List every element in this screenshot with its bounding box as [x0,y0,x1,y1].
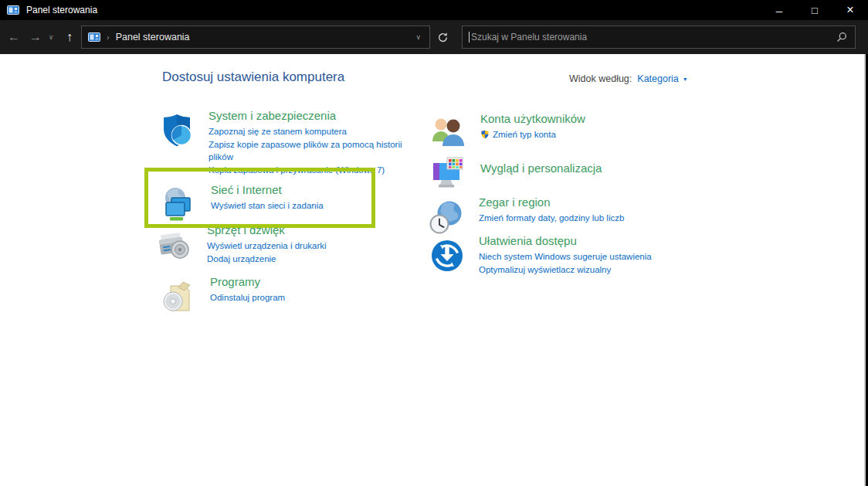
control-panel-icon [7,4,19,16]
forward-button[interactable]: → [26,28,45,46]
back-button[interactable]: ← [5,28,23,46]
view-by-label: Widok według: [569,73,632,84]
category-link[interactable]: Wyświetl urządzenia i drukarki [207,240,409,253]
category-ease-of-access: Ułatwienia dostępu Niech system Windows … [429,233,710,276]
category-title[interactable]: Programy [210,274,412,290]
chevron-down-icon: ▼ [683,76,688,82]
title-bar: Panel sterowania – □ × [0,0,868,20]
category-link[interactable]: Zapisz kopie zapasowe plików za pomocą h… [209,138,411,164]
chevron-down-icon: ∨ [49,33,54,41]
category-network-internet: Sieć i Internet Wyświetl stan sieci i za… [161,182,413,223]
recent-pages-button[interactable]: ∨ [45,28,57,46]
close-icon: × [846,3,853,17]
uac-shield-icon [480,130,490,139]
category-title[interactable]: Wygląd i personalizacja [480,161,712,176]
users-icon[interactable] [430,115,467,152]
search-box[interactable] [462,25,856,49]
window-controls: – □ × [761,0,868,20]
navigation-toolbar: ← → ∨ ↑ › Panel sterowania ∨ [0,20,868,54]
category-links: Wyświetl stan sieci i zadania [211,199,413,212]
content-area: Dostosuj ustawienia komputera Widok wedł… [0,54,866,486]
maximize-button[interactable]: □ [797,0,832,20]
category-links: Zmień formaty daty, godziny lub liczb [479,212,710,225]
category-title[interactable]: Ułatwienia dostępu [479,233,710,249]
category-system-security: System i zabezpieczenia Zapoznaj się ze … [158,108,411,176]
category-title[interactable]: Zegar i region [479,195,710,210]
category-appearance-personalization: Wygląd i personalizacja [430,151,712,192]
category-link[interactable]: Niech system Windows sugeruje ustawienia [479,250,710,263]
page-title: Dostosuj ustawienia komputera [162,70,344,85]
category-user-accounts: Konta użytkowników Zmień typ konta [430,111,712,152]
category-link[interactable]: Zapoznaj się ze stanem komputera [209,125,411,138]
category-programs: Programy Odinstaluj program [160,274,412,315]
category-links: Wyświetl urządzenia i drukarki Dodaj urz… [207,240,409,265]
category-links: Zapoznaj się ze stanem komputera Zapisz … [209,125,411,176]
category-link[interactable]: Wyświetl stan sieci i zadania [211,199,413,212]
back-icon: ← [8,30,20,44]
printer-icon[interactable] [157,226,194,263]
view-by-value: Kategoria [637,73,679,84]
category-link[interactable]: Zmień typ konta [480,128,712,141]
window-title: Panel sterowania [26,5,97,15]
maximize-icon: □ [812,5,818,16]
up-icon: ↑ [66,30,73,44]
view-by-control: Widok według: Kategoria ▼ [569,73,688,84]
category-title[interactable]: System i zabezpieczenia [209,108,411,124]
refresh-button[interactable] [433,29,452,46]
address-dropdown-chevron-icon[interactable]: ∨ [415,33,421,41]
network-globe-icon[interactable] [161,186,198,223]
accessibility-icon[interactable] [429,237,466,274]
forward-icon: → [29,30,42,44]
clock-globe-icon[interactable] [429,199,466,236]
category-title[interactable]: Sieć i Internet [211,182,413,198]
up-button[interactable]: ↑ [60,28,79,46]
category-link[interactable]: Dodaj urządzenie [207,253,409,266]
category-hardware-sound: Sprzęt i dźwięk Wyświetl urządzenia i dr… [157,223,409,265]
breadcrumb[interactable]: Panel sterowania [116,32,190,42]
category-title[interactable]: Sprzęt i dźwięk [207,223,409,238]
category-links: Odinstaluj program [210,291,412,304]
search-icon[interactable] [836,32,847,42]
minimize-button[interactable]: – [761,0,797,20]
category-title[interactable]: Konta użytkowników [480,111,712,127]
category-links: Zmień typ konta [480,128,712,141]
program-box-icon[interactable] [160,278,197,315]
address-bar[interactable]: › Panel sterowania ∨ [81,25,430,49]
control-panel-icon [88,31,100,43]
close-button[interactable]: × [832,0,868,20]
category-links: Niech system Windows sugeruje ustawienia… [479,250,710,276]
display-palette-icon[interactable] [430,155,467,192]
breadcrumb-chevron-icon: › [107,32,110,42]
category-link[interactable]: Optymalizuj wyświetlacz wizualny [479,263,710,277]
refresh-icon [437,32,449,43]
security-shield-icon[interactable] [158,112,195,149]
view-by-dropdown[interactable]: Kategoria ▼ [637,73,687,84]
category-clock-region: Zegar i region Zmień formaty daty, godzi… [429,195,710,236]
category-link[interactable]: Zmień formaty daty, godziny lub liczb [479,212,710,225]
search-input[interactable] [470,32,836,42]
category-link[interactable]: Odinstaluj program [210,291,412,304]
minimize-icon: – [776,4,782,17]
category-link[interactable]: Kopia zapasowa i przywracanie (Windows 7… [209,164,411,177]
